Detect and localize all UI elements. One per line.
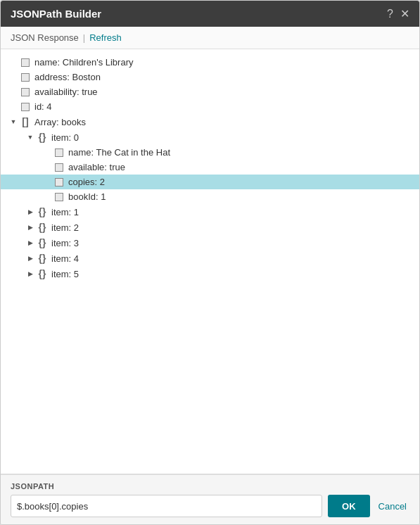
tree-node[interactable]: id: 4 bbox=[1, 99, 419, 114]
footer-row: OK Cancel bbox=[11, 495, 409, 517]
property-icon bbox=[53, 163, 65, 172]
tree-node[interactable]: ▼{}item: 0 bbox=[1, 129, 419, 145]
object-icon: {} bbox=[36, 207, 49, 217]
tree-node[interactable]: availability: true bbox=[1, 84, 419, 99]
property-icon bbox=[53, 148, 65, 158]
expand-toggle[interactable]: ▶ bbox=[25, 206, 36, 217]
tree-node[interactable]: ▶{}item: 5 bbox=[1, 266, 419, 282]
jsonpath-input[interactable] bbox=[11, 495, 322, 517]
node-label: copies: 2 bbox=[68, 177, 105, 187]
property-icon bbox=[19, 58, 32, 68]
tree-node[interactable]: copies: 2 bbox=[1, 175, 419, 189]
node-label: item: 1 bbox=[51, 207, 79, 217]
object-icon: {} bbox=[36, 238, 49, 248]
jsonpath-builder-dialog: JSONPath Builder ? ✕ JSON Response | Ref… bbox=[0, 0, 420, 525]
tree-node[interactable]: ▶{}item: 1 bbox=[1, 204, 419, 220]
collapse-toggle[interactable]: ▼ bbox=[8, 116, 19, 127]
dialog-title: JSONPath Builder bbox=[11, 8, 101, 20]
toolbar-separator: | bbox=[83, 32, 85, 43]
object-icon: {} bbox=[36, 253, 49, 263]
node-label: Array: books bbox=[34, 117, 86, 127]
ok-button[interactable]: OK bbox=[328, 495, 370, 517]
property-icon bbox=[53, 192, 65, 202]
tree-node[interactable]: ▶{}item: 4 bbox=[1, 251, 419, 266]
cancel-button[interactable]: Cancel bbox=[376, 501, 409, 512]
property-icon bbox=[19, 102, 32, 112]
node-label: name: The Cat in the Hat bbox=[68, 147, 170, 158]
node-label: available: true bbox=[68, 162, 125, 172]
dialog-header: JSONPath Builder ? ✕ bbox=[1, 1, 419, 27]
tree-node[interactable]: ▶{}item: 2 bbox=[1, 220, 419, 235]
tree-node[interactable]: name: Children's Library bbox=[1, 55, 419, 70]
help-icon[interactable]: ? bbox=[387, 8, 393, 20]
tree-node[interactable]: bookId: 1 bbox=[1, 189, 419, 204]
object-icon: {} bbox=[36, 222, 49, 232]
object-icon: {} bbox=[36, 269, 49, 279]
header-icons: ? ✕ bbox=[387, 8, 409, 20]
node-label: item: 0 bbox=[51, 132, 79, 143]
tree-node[interactable]: ▶{}item: 3 bbox=[1, 235, 419, 251]
expand-toggle[interactable]: ▶ bbox=[25, 253, 36, 264]
object-icon: {} bbox=[36, 132, 49, 142]
node-label: item: 4 bbox=[51, 253, 79, 264]
expand-toggle[interactable]: ▶ bbox=[25, 268, 36, 279]
expand-toggle[interactable]: ▶ bbox=[25, 222, 36, 233]
node-label: address: Boston bbox=[34, 72, 101, 82]
expand-toggle[interactable]: ▶ bbox=[25, 237, 36, 248]
tree-container: name: Children's Libraryaddress: Bostona… bbox=[1, 49, 419, 474]
refresh-link[interactable]: Refresh bbox=[89, 32, 122, 43]
property-icon bbox=[19, 72, 32, 82]
node-label: name: Children's Library bbox=[34, 57, 134, 68]
toolbar: JSON Response | Refresh bbox=[1, 27, 419, 49]
property-icon bbox=[53, 177, 65, 187]
node-label: item: 2 bbox=[51, 222, 79, 233]
tree-node[interactable]: address: Boston bbox=[1, 70, 419, 84]
jsonpath-label: JSONPATH bbox=[11, 482, 409, 491]
close-icon[interactable]: ✕ bbox=[400, 8, 409, 20]
json-response-label: JSON Response bbox=[11, 32, 79, 43]
tree-node[interactable]: available: true bbox=[1, 160, 419, 175]
tree-node[interactable]: ▼[]Array: books bbox=[1, 114, 419, 129]
node-label: item: 3 bbox=[51, 238, 79, 248]
collapse-toggle[interactable]: ▼ bbox=[25, 132, 36, 143]
array-icon: [] bbox=[19, 117, 32, 127]
node-label: item: 5 bbox=[51, 269, 79, 279]
node-label: id: 4 bbox=[34, 101, 52, 112]
tree-node[interactable]: name: The Cat in the Hat bbox=[1, 145, 419, 160]
node-label: availability: true bbox=[34, 87, 98, 97]
node-label: bookId: 1 bbox=[68, 191, 106, 202]
footer: JSONPATH OK Cancel bbox=[1, 474, 419, 524]
property-icon bbox=[19, 87, 32, 97]
